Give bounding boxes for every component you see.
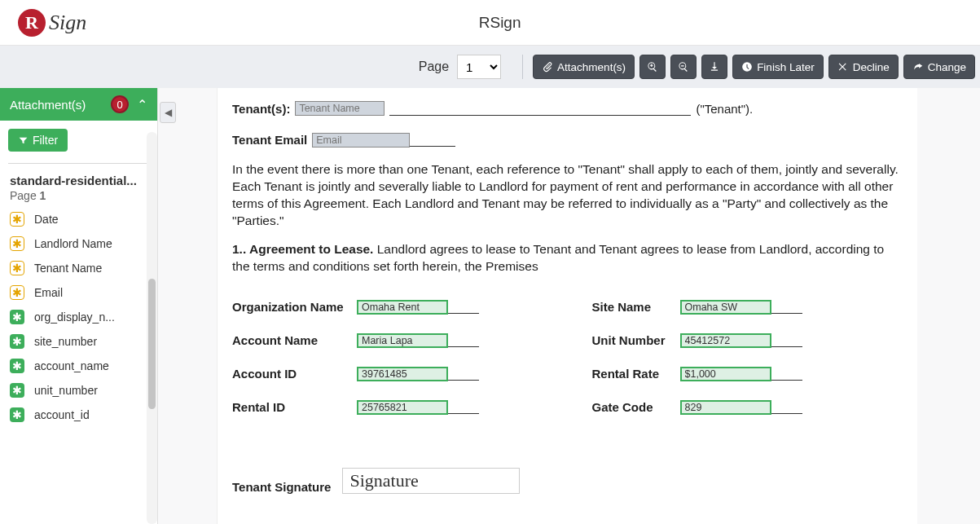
field-list: ✱Date✱Landlord Name✱Tenant Name✱Email✱or… xyxy=(0,207,157,432)
site-name-field[interactable] xyxy=(680,300,771,315)
chevron-left-icon: ◀ xyxy=(165,107,172,118)
paragraph-joint-several: In the event there is more than one Tena… xyxy=(232,161,903,230)
tenant-email-input[interactable] xyxy=(312,133,410,148)
sidebar-field-label: account_id xyxy=(34,408,90,421)
sidebar-scrollbar-thumb[interactable] xyxy=(148,279,156,409)
change-signer-button[interactable]: Change xyxy=(903,55,975,79)
merge-field-icon: ✱ xyxy=(10,310,24,324)
sidebar-page-section: Page 1 xyxy=(0,189,157,207)
close-icon xyxy=(837,61,849,73)
sidebar-field-item[interactable]: ✱unit_number xyxy=(0,378,157,403)
paragraph-agreement-lease: 1.. Agreement to Lease. Landlord agrees … xyxy=(232,241,903,275)
app-header: R Sign RSign xyxy=(0,0,980,46)
sidebar-field-label: unit_number xyxy=(34,384,98,397)
page-selector-group: Page 1 xyxy=(419,55,501,79)
finish-later-label: Finish Later xyxy=(757,61,815,73)
document-name[interactable]: standard-residential... xyxy=(0,169,157,189)
required-asterisk-icon: ✱ xyxy=(10,285,24,300)
sidebar: Attachment(s) 0 ⌃ Filter standard-reside… xyxy=(0,88,158,524)
account-name-label: Account Name xyxy=(232,333,350,347)
filter-label: Filter xyxy=(33,134,58,147)
tenant-label: Tenant(s): xyxy=(232,102,290,116)
paperclip-icon xyxy=(542,61,553,73)
sidebar-field-item[interactable]: ✱site_number xyxy=(0,329,157,354)
attachments-button[interactable]: Attachment(s) xyxy=(533,55,635,79)
finish-later-button[interactable]: Finish Later xyxy=(732,55,824,79)
rental-rate-label: Rental Rate xyxy=(592,367,674,381)
attachments-count-badge: 0 xyxy=(111,95,129,113)
tenant-email-label: Tenant Email xyxy=(232,133,307,147)
page-select[interactable]: 1 xyxy=(457,55,501,79)
sidebar-field-label: Tenant Name xyxy=(34,262,102,275)
sidebar-field-item[interactable]: ✱Landlord Name xyxy=(0,231,157,256)
rental-rate-field[interactable] xyxy=(680,367,771,381)
sidebar-field-item[interactable]: ✱Email xyxy=(0,280,157,305)
sidebar-field-label: org_display_n... xyxy=(34,310,115,324)
sidebar-field-label: Email xyxy=(34,286,63,299)
sidebar-field-label: site_number xyxy=(34,335,97,348)
sidebar-divider xyxy=(8,163,149,164)
rental-id-label: Rental ID xyxy=(232,400,350,414)
tenant-signature-label: Tenant Signature xyxy=(232,480,331,494)
merge-field-icon: ✱ xyxy=(10,407,24,422)
document-area[interactable]: Tenant(s): ("Tenant"). Tenant Email In t… xyxy=(158,88,980,524)
clock-icon xyxy=(741,61,753,73)
sidebar-scrollbar-track[interactable] xyxy=(147,132,157,524)
sidebar-attachments-header[interactable]: Attachment(s) 0 ⌃ xyxy=(0,88,157,121)
decline-label: Decline xyxy=(853,61,890,73)
change-label: Change xyxy=(928,61,966,73)
tenant-suffix: ("Tenant"). xyxy=(696,102,753,116)
account-id-field[interactable] xyxy=(357,367,448,381)
merge-field-icon: ✱ xyxy=(10,359,24,373)
main: Attachment(s) 0 ⌃ Filter standard-reside… xyxy=(0,88,980,524)
sidebar-field-item[interactable]: ✱org_display_n... xyxy=(0,305,157,329)
decline-button[interactable]: Decline xyxy=(828,55,899,79)
sidebar-field-label: account_name xyxy=(34,359,109,372)
collapse-sidebar-button[interactable]: ◀ xyxy=(160,102,176,123)
sidebar-field-item[interactable]: ✱account_name xyxy=(0,354,157,378)
page-title: RSign xyxy=(37,14,962,32)
filter-button[interactable]: Filter xyxy=(8,129,68,152)
zoom-in-icon xyxy=(647,61,658,73)
share-icon xyxy=(912,61,924,73)
toolbar: Page 1 Attachment(s) Finish Later Declin… xyxy=(0,46,980,88)
zoom-out-button[interactable] xyxy=(670,55,697,79)
sidebar-field-label: Landlord Name xyxy=(34,237,112,250)
chevron-up-icon: ⌃ xyxy=(137,97,147,112)
page-label: Page xyxy=(419,59,449,74)
gate-code-field[interactable] xyxy=(680,400,771,415)
required-asterisk-icon: ✱ xyxy=(10,212,24,227)
toolbar-divider xyxy=(522,55,523,79)
document-gutter xyxy=(158,88,217,524)
sidebar-field-item[interactable]: ✱Date xyxy=(0,207,157,231)
sidebar-attachments-label: Attachment(s) xyxy=(10,98,86,112)
required-asterisk-icon: ✱ xyxy=(10,261,24,275)
tenant-name-input[interactable] xyxy=(295,101,385,116)
unit-number-field[interactable] xyxy=(680,333,771,348)
attachments-button-label: Attachment(s) xyxy=(557,61,626,73)
required-asterisk-icon: ✱ xyxy=(10,236,24,251)
zoom-in-button[interactable] xyxy=(639,55,666,79)
org-name-field[interactable] xyxy=(357,300,448,315)
org-name-label: Organization Name xyxy=(232,300,350,314)
tenant-signature-field[interactable]: Signature xyxy=(342,468,520,494)
document-page: Tenant(s): ("Tenant"). Tenant Email In t… xyxy=(217,88,917,524)
filter-icon xyxy=(18,135,29,146)
merge-field-icon: ✱ xyxy=(10,334,24,349)
gate-code-label: Gate Code xyxy=(592,400,674,414)
zoom-out-icon xyxy=(678,61,689,73)
sidebar-field-label: Date xyxy=(34,213,59,226)
site-name-label: Site Name xyxy=(592,300,674,314)
account-name-field[interactable] xyxy=(357,333,448,348)
account-id-label: Account ID xyxy=(232,367,350,381)
rental-id-field[interactable] xyxy=(357,400,448,415)
download-icon xyxy=(709,61,720,73)
sidebar-field-item[interactable]: ✱account_id xyxy=(0,403,157,427)
download-button[interactable] xyxy=(701,55,727,79)
sidebar-field-item[interactable]: ✱Tenant Name xyxy=(0,256,157,280)
merge-field-icon: ✱ xyxy=(10,383,24,398)
unit-number-label: Unit Number xyxy=(592,333,674,347)
